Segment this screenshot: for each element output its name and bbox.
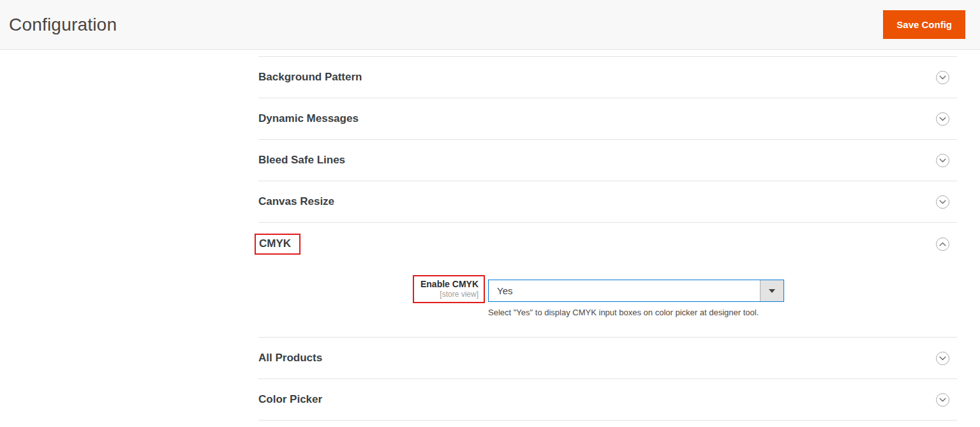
save-config-button[interactable]: Save Config — [883, 10, 965, 39]
section-bleed-safe-lines[interactable]: Bleed Safe Lines — [258, 140, 957, 181]
enable-cmyk-label: Enable CMYK — [420, 278, 479, 290]
field-control-column: Yes Select "Yes" to display CMYK input b… — [488, 275, 784, 317]
section-title: Color Picker — [258, 393, 322, 406]
chevron-down-icon[interactable] — [936, 195, 949, 209]
section-background-pattern[interactable]: Background Pattern — [258, 57, 957, 98]
section-title: Bleed Safe Lines — [258, 154, 345, 167]
section-list: Background Pattern Dynamic Messages Blee… — [258, 56, 957, 421]
chevron-up-icon[interactable] — [936, 237, 949, 251]
chevron-down-icon[interactable] — [936, 154, 949, 167]
chevron-down-icon[interactable] — [936, 112, 949, 126]
annotation-box-cmyk: CMYK — [255, 234, 301, 255]
page-header: Configuration Save Config — [0, 0, 980, 50]
config-content: Background Pattern Dynamic Messages Blee… — [258, 50, 957, 421]
section-title: All Products — [258, 352, 322, 364]
annotation-box-enable-cmyk: Enable CMYK [store view] — [413, 275, 485, 303]
section-color-picker[interactable]: Color Picker — [258, 379, 957, 421]
field-comment: Select "Yes" to display CMYK input boxes… — [488, 308, 784, 317]
section-title: CMYK — [259, 237, 291, 250]
configuration-page: Configuration Save Config Background Pat… — [0, 0, 980, 427]
section-cmyk-header[interactable]: CMYK — [258, 223, 957, 265]
select-value: Yes — [489, 280, 760, 301]
dropdown-arrow-icon[interactable] — [760, 280, 783, 301]
chevron-down-icon[interactable] — [936, 393, 949, 407]
section-dynamic-messages[interactable]: Dynamic Messages — [258, 98, 957, 140]
field-label-column: Enable CMYK [store view] — [258, 275, 485, 303]
enable-cmyk-field-row: Enable CMYK [store view] Yes Select "Yes… — [258, 265, 957, 317]
chevron-down-icon[interactable] — [936, 71, 949, 84]
section-canvas-resize[interactable]: Canvas Resize — [258, 181, 957, 223]
section-title: Dynamic Messages — [258, 112, 359, 125]
store-view-scope-label: [store view] — [420, 290, 479, 299]
enable-cmyk-select[interactable]: Yes — [488, 280, 784, 302]
section-title: Background Pattern — [258, 71, 362, 84]
chevron-down-icon[interactable] — [936, 352, 949, 365]
section-cmyk: CMYK Enable CMYK [store view] — [258, 223, 957, 338]
section-title: Canvas Resize — [258, 195, 334, 208]
section-cmyk-body: Enable CMYK [store view] Yes Select "Yes… — [258, 265, 957, 337]
section-all-products[interactable]: All Products — [258, 338, 957, 379]
page-title: Configuration — [9, 15, 117, 35]
